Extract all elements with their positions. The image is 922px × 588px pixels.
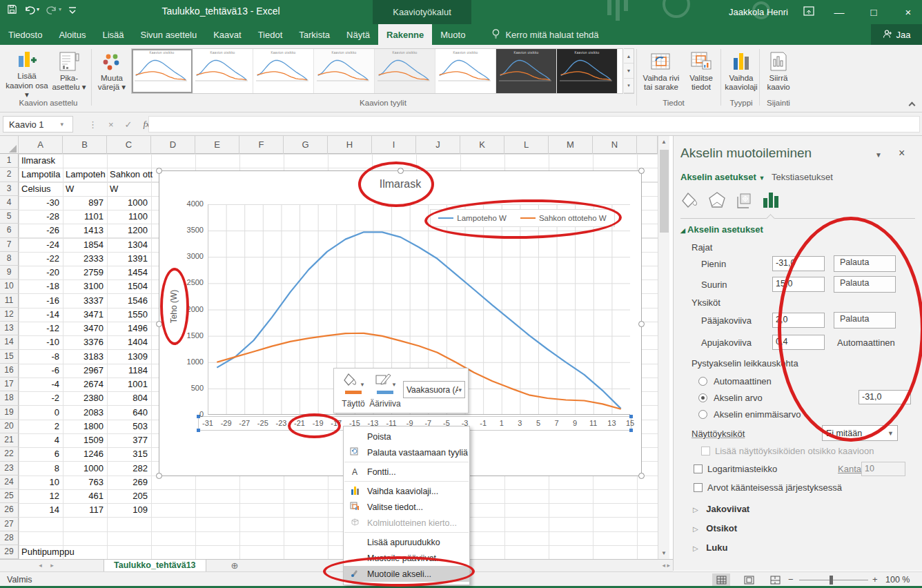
share-button[interactable]: Jaa bbox=[871, 24, 922, 45]
column-header-J[interactable]: J bbox=[416, 136, 460, 154]
undo-icon[interactable]: ▾ bbox=[24, 5, 39, 14]
column-header-H[interactable]: H bbox=[328, 136, 372, 154]
cell-B2[interactable]: Lampoteh bbox=[63, 168, 107, 182]
quick-layout-button[interactable]: Pika-asettelu ▾ bbox=[50, 48, 88, 99]
crosses-max-radio[interactable] bbox=[698, 410, 707, 419]
cell-A4[interactable]: -30 bbox=[19, 196, 63, 210]
zoom-out-icon[interactable]: − bbox=[788, 574, 794, 585]
column-header-L[interactable]: L bbox=[504, 136, 549, 154]
zoom-level[interactable]: 100 % bbox=[885, 575, 910, 585]
maximize-button[interactable]: □ bbox=[864, 6, 883, 18]
cell-C26[interactable]: 109 bbox=[107, 503, 151, 517]
scroll-up-icon[interactable]: ▲ bbox=[658, 136, 669, 148]
row-header-25[interactable]: 25 bbox=[0, 489, 19, 503]
x-tick-label[interactable]: -25 bbox=[253, 419, 273, 427]
tab-tarkista[interactable]: Tarkista bbox=[291, 24, 338, 45]
column-header-partial[interactable] bbox=[637, 136, 658, 154]
row-header-15[interactable]: 15 bbox=[0, 350, 19, 364]
x-tick-label[interactable]: 5 bbox=[529, 419, 548, 427]
change-chart-type-button[interactable]: Vaihda kaaviolaji bbox=[723, 48, 759, 99]
menu-item-poista[interactable]: Poista bbox=[344, 429, 469, 444]
formula-input[interactable] bbox=[148, 116, 920, 133]
axis-options-icon[interactable] bbox=[762, 191, 780, 211]
cell-C21[interactable]: 377 bbox=[107, 433, 151, 447]
switch-row-column-button[interactable]: Vaihda rivi tai sarake bbox=[639, 48, 683, 99]
cell-A21[interactable]: 4 bbox=[19, 433, 63, 447]
cell-C20[interactable]: 503 bbox=[107, 420, 151, 433]
menu-item-vaihda-kaaviolaji[interactable]: Vaihda kaaviolaji... bbox=[344, 483, 469, 499]
sheet-tab-active[interactable]: Taulukko_tehtävä13 bbox=[104, 560, 206, 571]
cell-A2[interactable]: Lampotila bbox=[19, 168, 63, 182]
redo-icon[interactable]: ▾ bbox=[46, 5, 61, 14]
row-header-10[interactable]: 10 bbox=[0, 280, 19, 293]
cell-B10[interactable]: 3100 bbox=[63, 280, 107, 293]
cell-C6[interactable]: 1200 bbox=[107, 224, 151, 237]
enter-check-icon[interactable]: ✓ bbox=[125, 119, 133, 130]
menu-item-palauta-tyyli[interactable]: Palauta vastaamaan tyyliä bbox=[344, 444, 469, 460]
row-header-7[interactable]: 7 bbox=[0, 238, 19, 252]
x-tick-label[interactable]: 3 bbox=[510, 419, 529, 427]
gallery-style-3[interactable]: Kaavion otsikko bbox=[253, 49, 314, 93]
cell-C15[interactable]: 1309 bbox=[107, 350, 151, 364]
row-header-29[interactable]: 29 bbox=[0, 545, 19, 559]
cell-B16[interactable]: 2967 bbox=[63, 364, 107, 378]
cell-B3[interactable]: W bbox=[63, 182, 107, 196]
legend-item[interactable]: Lampoteho W bbox=[438, 214, 507, 222]
menu-item-fontti[interactable]: A Fontti... bbox=[344, 464, 469, 480]
cell-A17[interactable]: -4 bbox=[19, 378, 63, 391]
tab-muoto[interactable]: Muoto bbox=[432, 24, 473, 45]
vertical-scroll-thumb[interactable] bbox=[660, 150, 669, 233]
row-header-27[interactable]: 27 bbox=[0, 518, 19, 531]
tab-aloitus[interactable]: Aloitus bbox=[50, 24, 94, 45]
cell-B7[interactable]: 1854 bbox=[63, 238, 107, 252]
selection-handle[interactable] bbox=[629, 415, 633, 418]
tab-rakenne[interactable]: Rakenne bbox=[378, 24, 432, 45]
row-header-1[interactable]: 1 bbox=[0, 154, 19, 168]
cell-C2[interactable]: Sahkon ott bbox=[107, 168, 151, 182]
sheet-nav-right-icon[interactable]: ▸ bbox=[46, 560, 58, 571]
cell-C14[interactable]: 1404 bbox=[107, 335, 151, 349]
cell-A18[interactable]: -2 bbox=[19, 391, 63, 405]
cell-B4[interactable]: 897 bbox=[63, 196, 107, 210]
cell-A14[interactable]: -10 bbox=[19, 335, 63, 349]
cell-C10[interactable]: 1504 bbox=[107, 280, 151, 293]
cell-A9[interactable]: -20 bbox=[19, 266, 63, 280]
min-input[interactable]: -31,0 bbox=[772, 256, 825, 271]
x-tick-label[interactable]: 1 bbox=[492, 419, 511, 427]
row-header-12[interactable]: 12 bbox=[0, 308, 19, 322]
x-tick-label[interactable]: -27 bbox=[235, 419, 254, 427]
cell-A29[interactable]: Puhtipumppu bbox=[19, 545, 63, 559]
row-header-18[interactable]: 18 bbox=[0, 391, 19, 405]
section-luku[interactable]: ▷ Luku bbox=[693, 542, 727, 553]
select-all-corner[interactable] bbox=[0, 136, 19, 154]
cell-B15[interactable]: 3183 bbox=[63, 350, 107, 364]
h-scroll-arrows[interactable]: ◂ ▸ bbox=[662, 560, 670, 571]
selection-handle[interactable] bbox=[629, 429, 633, 432]
row-header-22[interactable]: 22 bbox=[0, 447, 19, 461]
cell-C19[interactable]: 640 bbox=[107, 406, 151, 420]
column-header-B[interactable]: B bbox=[63, 136, 107, 154]
cell-A26[interactable]: 14 bbox=[19, 503, 63, 517]
cell-C17[interactable]: 1001 bbox=[107, 378, 151, 391]
menu-item-muotoile-akseli[interactable]: Muotoile akseli... bbox=[344, 566, 469, 582]
row-header-2[interactable]: 2 bbox=[0, 168, 19, 182]
move-chart-button[interactable]: Siirrä kaavio bbox=[762, 48, 795, 99]
column-header-F[interactable]: F bbox=[239, 136, 284, 154]
major-unit-input[interactable]: 2,0 bbox=[772, 313, 825, 328]
chart-title[interactable]: Ilmarask bbox=[159, 178, 641, 190]
cell-C18[interactable]: 804 bbox=[107, 391, 151, 405]
column-header-G[interactable]: G bbox=[284, 136, 328, 154]
cell-A13[interactable]: -12 bbox=[19, 322, 63, 335]
reverse-order-checkbox[interactable] bbox=[694, 483, 703, 492]
x-tick-label[interactable]: -29 bbox=[217, 419, 236, 427]
row-header-26[interactable]: 26 bbox=[0, 503, 19, 517]
minimize-button[interactable]: — bbox=[830, 6, 849, 18]
crosses-auto-radio[interactable] bbox=[698, 377, 707, 386]
chart-resize-handle[interactable] bbox=[156, 473, 162, 479]
fill-line-icon[interactable] bbox=[680, 191, 698, 211]
tab-sivun-asettelu[interactable]: Sivun asettelu bbox=[133, 24, 206, 45]
min-reset-button[interactable]: Palauta bbox=[834, 255, 896, 272]
cell-A6[interactable]: -26 bbox=[19, 224, 63, 237]
row-header-17[interactable]: 17 bbox=[0, 378, 19, 391]
section-otsikot[interactable]: ▷ Otsikot bbox=[693, 523, 737, 533]
